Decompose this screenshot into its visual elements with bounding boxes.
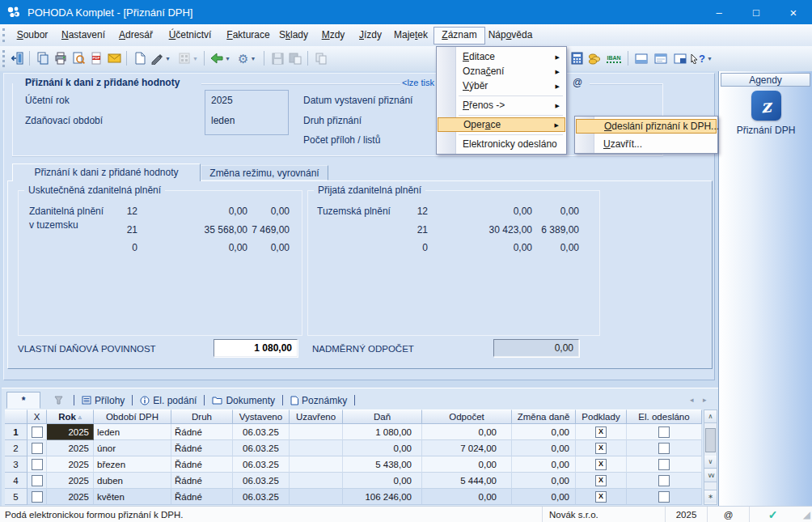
menu-soubor[interactable]: Soubor: [11, 27, 53, 43]
cell-uzavreno[interactable]: [290, 424, 343, 440]
cell-dan[interactable]: 0,00: [343, 440, 422, 456]
dropdown-arrow-icon[interactable]: ▼: [250, 56, 256, 62]
cell-rok[interactable]: 2025: [47, 456, 94, 473]
tab-main-table[interactable]: *: [6, 392, 40, 409]
checkbox[interactable]: [32, 475, 43, 486]
pdf-export-icon[interactable]: PDF: [87, 49, 105, 67]
cell-uzavreno[interactable]: [290, 489, 343, 505]
context-help-icon[interactable]: ?▼: [689, 49, 715, 67]
menu-mzdy[interactable]: Mzdy: [317, 27, 349, 43]
cell-el-odeslano[interactable]: [627, 489, 702, 505]
checkbox-checked[interactable]: X: [595, 491, 607, 503]
cell-rok[interactable]: 2025: [47, 473, 94, 489]
cell-zmena-dane[interactable]: 0,00: [512, 473, 576, 489]
row-select-cell[interactable]: [27, 473, 47, 489]
cell-odpocet[interactable]: 0,00: [422, 424, 512, 440]
row-number[interactable]: 5: [5, 489, 27, 505]
cell-druh[interactable]: Řádné: [171, 456, 233, 473]
menu-napoveda[interactable]: Nápověda: [485, 27, 535, 43]
exit-agenda-icon[interactable]: [8, 49, 26, 67]
cell-dan[interactable]: 5 438,00: [343, 456, 422, 473]
cell-obdobi[interactable]: únor: [94, 440, 171, 456]
print-preview-icon[interactable]: [70, 49, 87, 67]
menu-item-uzavrit[interactable]: Uzavřít...: [576, 137, 717, 151]
menu-item-vyber[interactable]: Výběr▶: [438, 79, 565, 93]
menubar-grip[interactable]: [2, 28, 7, 42]
checkbox[interactable]: [658, 459, 670, 470]
table-scrollbar[interactable]: ∧ ∨ ∨∨ ∗: [704, 410, 717, 505]
checkbox[interactable]: [32, 443, 43, 454]
checkbox-checked[interactable]: X: [595, 443, 607, 454]
scroll-up-icon[interactable]: ∧: [704, 410, 717, 423]
column-header-podklady[interactable]: Podklady: [576, 410, 627, 424]
cell-zmena-dane[interactable]: 0,00: [512, 440, 576, 456]
cell-odpocet[interactable]: 5 444,00: [422, 473, 512, 489]
cell-podklady[interactable]: X: [576, 473, 627, 489]
cell-druh[interactable]: Řádné: [171, 440, 233, 456]
menu-item-editace[interactable]: Editace▶: [438, 49, 565, 64]
column-header-zmena-dane[interactable]: Změna daně: [512, 410, 576, 424]
scroll-end-icon[interactable]: ∗: [704, 490, 717, 503]
row-select-cell[interactable]: [27, 456, 47, 473]
cell-podklady[interactable]: X: [576, 424, 627, 440]
scroll-page-down-icon[interactable]: ∨∨: [704, 469, 717, 482]
cell-zmena-dane[interactable]: 0,00: [512, 456, 576, 473]
checkbox[interactable]: [658, 475, 670, 486]
column-header-rownum[interactable]: [5, 410, 27, 424]
panel-detail-icon[interactable]: [652, 49, 670, 67]
new-record-icon[interactable]: [131, 49, 149, 67]
tab-poznamky[interactable]: Poznámky: [285, 393, 353, 408]
cell-odpocet[interactable]: 0,00: [422, 456, 512, 473]
cell-rok[interactable]: 2025: [47, 489, 94, 505]
menu-item-oznaceni[interactable]: Označení▶: [438, 64, 565, 79]
dropdown-arrow-icon[interactable]: ▼: [225, 56, 230, 62]
cell-podklady[interactable]: X: [576, 440, 627, 456]
cell-druh[interactable]: Řádné: [171, 473, 233, 489]
cell-podklady[interactable]: X: [576, 456, 627, 473]
row-number[interactable]: 4: [5, 473, 27, 489]
panel-bottom-icon[interactable]: [632, 49, 650, 67]
cell-odpocet[interactable]: 7 024,00: [422, 440, 512, 456]
column-header-odpocet[interactable]: Odpočet: [422, 410, 512, 424]
menu-jizdy[interactable]: Jízdy: [354, 27, 387, 43]
checkbox[interactable]: [658, 443, 670, 454]
field-value-zdanovaci-obdobi[interactable]: leden: [211, 115, 235, 126]
cell-vystaveno[interactable]: 06.03.25: [233, 456, 290, 473]
field-value-ucetni-rok[interactable]: 2025: [211, 95, 233, 106]
column-header-rok[interactable]: Rok▵: [47, 410, 94, 424]
iban-icon[interactable]: IBAN: [603, 49, 624, 67]
cell-odpocet[interactable]: 0,00: [422, 489, 512, 505]
row-number[interactable]: 1: [5, 424, 27, 440]
row-number[interactable]: 3: [5, 456, 27, 473]
menu-zaznam[interactable]: Záznam: [433, 27, 485, 45]
row-select-cell[interactable]: [27, 440, 47, 456]
settings-gear-icon[interactable]: ⚙▼: [236, 49, 262, 67]
checkbox-checked[interactable]: X: [595, 427, 607, 438]
column-header-vystaveno[interactable]: Vystaveno: [233, 410, 290, 424]
tab-prilohy[interactable]: Přílohy: [76, 393, 130, 408]
cell-uzavreno[interactable]: [290, 473, 343, 489]
barcode-icon[interactable]: ▼: [176, 49, 202, 67]
print-hint-link[interactable]: <lze tisk: [402, 78, 434, 87]
scroll-down-icon[interactable]: ∨: [704, 456, 717, 469]
cell-vystaveno[interactable]: 06.03.25: [233, 440, 290, 456]
tab-priznani-dph[interactable]: Přiznání k dani z přidané hodnoty: [12, 163, 201, 181]
save-new-icon[interactable]: [286, 49, 304, 67]
cell-vystaveno[interactable]: 06.03.25: [233, 424, 290, 440]
toolbar-grip[interactable]: [2, 50, 7, 67]
cell-el-odeslano[interactable]: [627, 424, 702, 440]
column-header-dan[interactable]: Daň: [343, 410, 422, 424]
menu-majetek[interactable]: Majetek: [390, 27, 432, 43]
resize-grip[interactable]: ◢: [796, 507, 812, 522]
calculator-icon[interactable]: [568, 49, 586, 67]
checkbox-checked[interactable]: X: [595, 459, 607, 470]
cell-dan[interactable]: 1 080,00: [343, 424, 422, 440]
checkbox[interactable]: [32, 459, 43, 470]
cell-dan[interactable]: 0,00: [343, 473, 422, 489]
edit-record-icon[interactable]: ▼: [149, 49, 175, 67]
row-select-cell[interactable]: [27, 424, 47, 440]
column-header-obdobi[interactable]: Období DPH: [94, 410, 171, 424]
copy-record-icon[interactable]: [312, 49, 330, 67]
cell-vystaveno[interactable]: 06.03.25: [233, 473, 290, 489]
menu-adresar[interactable]: Adresář: [115, 27, 157, 43]
